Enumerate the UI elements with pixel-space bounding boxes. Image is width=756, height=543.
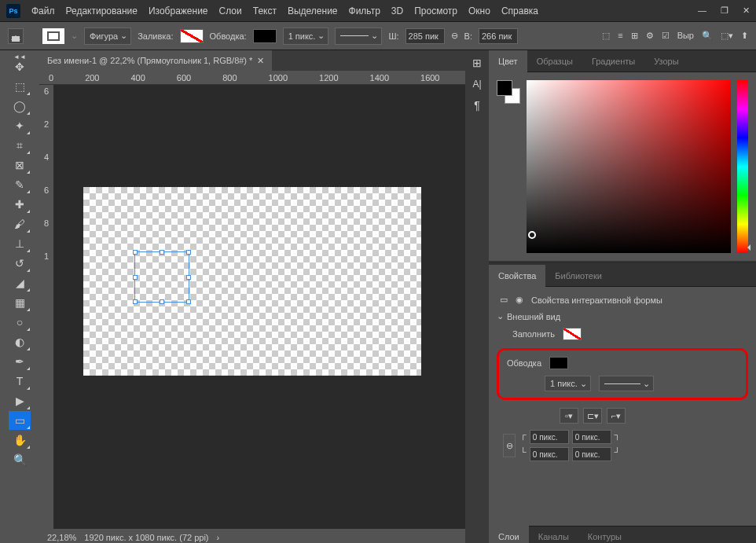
- tab-paths[interactable]: Контуры: [578, 526, 631, 544]
- tab-properties[interactable]: Свойства: [489, 265, 545, 287]
- zoom-level[interactable]: 22,18%: [47, 533, 76, 542]
- menu-filter[interactable]: Фильтр: [349, 6, 380, 17]
- corner-tr-input[interactable]: [572, 430, 611, 444]
- menu-select[interactable]: Выделение: [288, 6, 338, 17]
- shape-mode-dropdown[interactable]: Фигура: [84, 28, 131, 45]
- pen-tool[interactable]: ✒: [9, 352, 31, 371]
- tab-swatches[interactable]: Образцы: [527, 50, 582, 72]
- marquee-tool[interactable]: ⬚: [9, 77, 31, 96]
- gear-icon[interactable]: ⚙: [646, 31, 654, 41]
- width-input[interactable]: [406, 28, 445, 44]
- appearance-section[interactable]: ⌄ Внешний вид: [497, 311, 748, 321]
- tab-libraries[interactable]: Библиотеки: [545, 265, 611, 287]
- foreground-background-swatch[interactable]: [497, 80, 520, 104]
- eyedropper-tool[interactable]: ✎: [9, 175, 31, 194]
- paragraph-panel-icon[interactable]: ¶: [474, 99, 480, 112]
- ruler-vertical[interactable]: 624681: [39, 85, 53, 529]
- tab-layers[interactable]: Слои: [489, 526, 529, 544]
- handle-w[interactable]: [133, 275, 138, 280]
- frame-tool[interactable]: ⊠: [9, 156, 31, 174]
- link-wh-icon[interactable]: ⊖: [451, 31, 458, 41]
- canvas[interactable]: [53, 85, 465, 529]
- status-chevron-icon[interactable]: ›: [217, 533, 220, 542]
- menu-image[interactable]: Изображение: [149, 6, 208, 17]
- blur-tool[interactable]: ○: [9, 313, 31, 332]
- path-ops-icon[interactable]: ⬚: [602, 31, 610, 41]
- align-icon[interactable]: ≡: [618, 31, 622, 41]
- stroke-caps-dropdown[interactable]: ⊏▾: [583, 408, 602, 424]
- menu-view[interactable]: Просмотр: [414, 6, 457, 17]
- lasso-tool[interactable]: ◯: [9, 97, 31, 116]
- tab-close-icon[interactable]: ✕: [257, 56, 264, 66]
- path-select-tool[interactable]: ▶: [9, 391, 31, 410]
- stroke-swatch[interactable]: [253, 29, 277, 43]
- handle-nw[interactable]: [133, 250, 138, 255]
- corner-br-input[interactable]: [572, 447, 611, 461]
- menu-help[interactable]: Справка: [501, 6, 538, 17]
- align-edges-icon[interactable]: ☑: [662, 31, 670, 41]
- stroke-prop-swatch[interactable]: [549, 357, 568, 369]
- close-icon[interactable]: ✕: [743, 6, 750, 16]
- handle-n[interactable]: [160, 250, 164, 255]
- type-tool[interactable]: T: [9, 372, 31, 391]
- history-brush-tool[interactable]: ↺: [9, 254, 31, 273]
- minimize-icon[interactable]: —: [698, 6, 706, 16]
- stroke-style-dropdown[interactable]: [335, 28, 382, 45]
- arrange-icon[interactable]: ⊞: [631, 31, 638, 41]
- stroke-corners-dropdown[interactable]: ⌐▾: [607, 408, 626, 424]
- tab-patterns[interactable]: Узоры: [644, 50, 688, 72]
- share-icon[interactable]: ⬆: [741, 31, 748, 41]
- stroke-style-prop[interactable]: [599, 376, 654, 391]
- height-input[interactable]: [479, 28, 518, 44]
- menu-3d[interactable]: 3D: [391, 6, 403, 17]
- corner-tl-input[interactable]: [530, 430, 569, 444]
- stroke-width-dropdown[interactable]: 1 пикс.: [283, 28, 329, 45]
- foreground-color[interactable]: [497, 80, 512, 96]
- document-tab[interactable]: Без имени-1 @ 22,2% (Прямоугольник 1, RG…: [39, 50, 272, 71]
- wand-tool[interactable]: ✦: [9, 116, 31, 135]
- workspace-icon[interactable]: ⬚▾: [721, 31, 733, 41]
- menu-window[interactable]: Окно: [468, 6, 490, 17]
- fill-prop-swatch[interactable]: [563, 328, 582, 340]
- zoom-tool[interactable]: 🔍: [9, 450, 31, 469]
- tab-gradients[interactable]: Градиенты: [582, 50, 644, 72]
- corner-bl-input[interactable]: [530, 447, 569, 461]
- stroke-align-dropdown[interactable]: ▫▾: [560, 408, 578, 424]
- eraser-tool[interactable]: ◢: [9, 273, 31, 292]
- doc-info[interactable]: 1920 пикс. x 1080 пикс. (72 ppi): [84, 533, 208, 542]
- handle-s[interactable]: [160, 299, 164, 304]
- shape-rectangle[interactable]: [134, 251, 189, 303]
- character-panel-icon[interactable]: A|: [472, 79, 481, 90]
- dodge-tool[interactable]: ◐: [9, 332, 31, 351]
- hue-slider[interactable]: [737, 80, 748, 253]
- handle-e[interactable]: [186, 275, 191, 280]
- move-tool[interactable]: ✥: [9, 57, 31, 76]
- color-picker-cursor[interactable]: [528, 231, 536, 239]
- heal-tool[interactable]: ✚: [9, 195, 31, 214]
- tab-color[interactable]: Цвет: [489, 50, 527, 72]
- link-corners-icon[interactable]: ⊖: [503, 434, 516, 457]
- color-field[interactable]: [527, 80, 731, 253]
- fill-swatch[interactable]: [180, 29, 204, 43]
- menu-layers[interactable]: Слои: [219, 6, 242, 17]
- crop-tool[interactable]: ⌗: [9, 136, 31, 155]
- hand-tool[interactable]: ✋: [9, 431, 31, 449]
- handle-sw[interactable]: [133, 299, 138, 304]
- menu-text[interactable]: Текст: [253, 6, 277, 17]
- panel-expand-icon[interactable]: ⊞: [472, 57, 482, 69]
- search-icon[interactable]: 🔍: [702, 31, 713, 41]
- gradient-tool[interactable]: ▦: [9, 293, 31, 312]
- brush-tool[interactable]: 🖌: [9, 215, 31, 233]
- stamp-tool[interactable]: ⊥: [9, 234, 31, 253]
- handle-ne[interactable]: [186, 250, 191, 255]
- home-button[interactable]: [8, 28, 24, 44]
- maximize-icon[interactable]: ❐: [721, 6, 728, 16]
- ruler-horizontal[interactable]: 020040060080010001200140016001800: [39, 71, 465, 85]
- menu-file[interactable]: Файл: [31, 6, 55, 17]
- tool-preset[interactable]: [42, 28, 64, 44]
- rectangle-tool[interactable]: ▭: [9, 411, 31, 430]
- tab-channels[interactable]: Каналы: [529, 526, 578, 544]
- menu-edit[interactable]: Редактирование: [66, 6, 138, 17]
- handle-se[interactable]: [186, 299, 191, 304]
- stroke-width-prop[interactable]: 1 пикс.: [545, 376, 591, 391]
